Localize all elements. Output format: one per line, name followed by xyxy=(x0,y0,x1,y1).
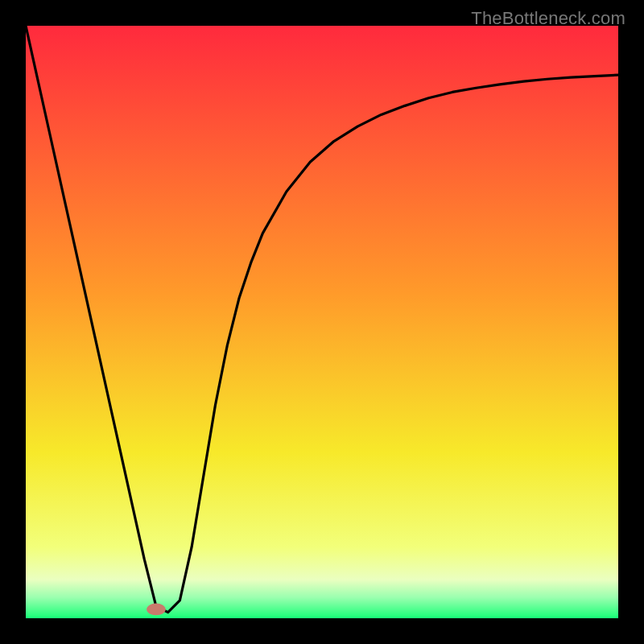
gradient-background xyxy=(26,26,618,618)
plot-area xyxy=(26,26,618,618)
chart-stage: TheBottleneck.com xyxy=(0,0,644,644)
chart-svg xyxy=(26,26,618,618)
watermark-label: TheBottleneck.com xyxy=(471,8,625,29)
min-marker xyxy=(147,604,166,616)
